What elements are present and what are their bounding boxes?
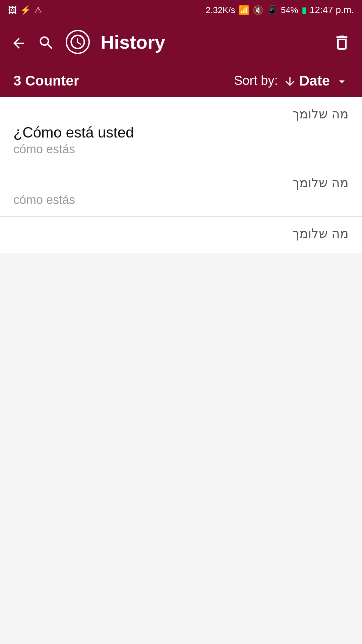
battery-icon: ▮ [302,5,306,15]
image-icon: 🖼 [8,5,17,15]
page-title: History [101,31,322,53]
history-list: מה שלומך ¿Cómo está usted cómo estás מה … [0,97,362,253]
mute-icon: 🔇 [253,5,263,15]
clock-status: 12:47 p.m. [310,5,354,15]
network-speed: 2.32K/s [205,5,235,15]
status-bar-right: 2.32K/s 📶 🔇 📱 54% ▮ 12:47 p.m. [205,5,354,15]
trash-button[interactable] [333,32,351,52]
warning-icon: ⚠ [34,5,42,15]
status-bar-left: 🖼 ⚡ ⚠ [8,5,42,15]
sort-by-label: Sort by: [234,73,278,88]
sort-value: Date [299,73,330,89]
list-item[interactable]: מה שלומך ¿Cómo está usted cómo estás [0,97,362,166]
battery-percent: 54% [281,5,298,15]
back-button[interactable] [11,33,27,51]
counter-label: 3 Counter [13,73,234,89]
app-bar: History [0,20,362,64]
sub-text-2: cómo estás [13,193,349,207]
list-item[interactable]: מה שלומך [0,217,362,253]
signal-icon: 📱 [267,5,278,15]
sort-direction-icon [283,73,297,88]
sort-dropdown-icon[interactable] [335,73,349,88]
usb-icon: ⚡ [20,5,31,15]
source-text-2: מה שלומך [13,175,349,190]
list-item[interactable]: מה שלומך cómo estás [0,166,362,217]
main-text-1: ¿Cómo está usted [13,124,349,141]
source-text-3: מה שלומך [13,226,349,241]
sub-text-1: cómo estás [13,142,349,156]
wifi-icon: 📶 [239,5,249,15]
source-text-1: מה שלומך [13,107,349,121]
search-button[interactable] [38,32,55,51]
status-bar: 🖼 ⚡ ⚠ 2.32K/s 📶 🔇 📱 54% ▮ 12:47 p.m. [0,0,362,20]
clock-icon [66,30,90,54]
sort-bar: 3 Counter Sort by: Date [0,64,362,97]
